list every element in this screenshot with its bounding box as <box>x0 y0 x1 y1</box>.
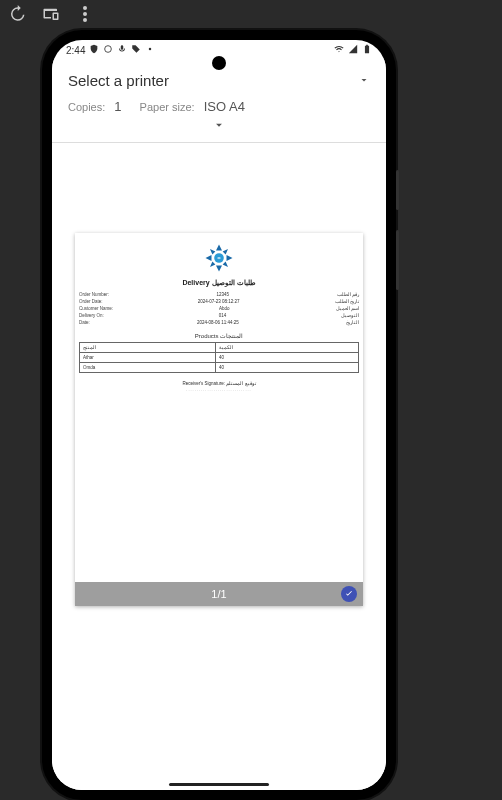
paper-label: Paper size: <box>140 101 195 113</box>
check-icon <box>344 589 354 599</box>
svg-point-2 <box>83 18 87 22</box>
printer-select[interactable]: Select a printer <box>68 68 370 93</box>
copies-group[interactable]: Copies: 1 <box>68 99 122 114</box>
volume-button <box>396 170 399 210</box>
print-options: Copies: 1 Paper size: ISO A4 <box>68 93 370 116</box>
info-row: Customer Name:Abdoاسم العميل <box>79 305 359 312</box>
paper-group[interactable]: Paper size: ISO A4 <box>140 99 245 114</box>
products-table: المنتج الكمية Athar 40 Omda 40 <box>79 342 359 373</box>
table-header-row: المنتج الكمية <box>80 343 359 353</box>
document-title: Delivery طلبات التوصيل <box>75 279 363 287</box>
copies-label: Copies: <box>68 101 105 113</box>
history-icon[interactable] <box>8 5 26 23</box>
wifi-icon <box>334 44 344 56</box>
phone-frame: 2:44 Select a printer Copies: <box>42 30 396 800</box>
more-icon[interactable] <box>76 5 94 23</box>
svg-marker-5 <box>216 245 222 251</box>
svg-point-1 <box>83 12 87 16</box>
circle-icon <box>103 44 113 56</box>
preview-area: Delivery طلبات التوصيل Order Number:1234… <box>52 143 386 790</box>
dot-icon <box>145 44 155 56</box>
info-row: Delivery On:014التوصيل <box>79 312 359 319</box>
table-header: المنتج <box>80 343 216 353</box>
page-footer: 1/1 <box>75 582 363 606</box>
page-selected-check[interactable] <box>341 586 357 602</box>
signature-label: Receiver's Signature: توقيع المستلم <box>75 381 363 386</box>
chevron-down-icon <box>212 118 226 132</box>
page-indicator: 1/1 <box>211 588 226 600</box>
svg-marker-7 <box>206 255 212 261</box>
table-row: Athar 40 <box>80 353 359 363</box>
page-content: Delivery طلبات التوصيل Order Number:1234… <box>75 233 363 582</box>
svg-marker-12 <box>223 262 228 267</box>
chevron-down-icon <box>358 72 370 89</box>
page-preview[interactable]: Delivery طلبات التوصيل Order Number:1234… <box>75 233 363 606</box>
paper-value: ISO A4 <box>204 99 245 114</box>
svg-marker-9 <box>210 249 215 254</box>
home-indicator <box>169 783 269 786</box>
shield-icon <box>89 44 99 56</box>
info-row: Order Date:2024-07-23 08:12:27تاريخ الطل… <box>79 298 359 305</box>
svg-point-0 <box>83 6 87 10</box>
copies-value: 1 <box>114 99 121 114</box>
tag-icon <box>131 44 141 56</box>
table-row: Omda 40 <box>80 363 359 373</box>
info-row: Order Number:12345رقم الطلب <box>79 291 359 298</box>
info-block: Order Number:12345رقم الطلب Order Date:2… <box>75 291 363 326</box>
signal-icon <box>348 44 358 56</box>
camera-hole <box>212 56 226 70</box>
status-time: 2:44 <box>66 45 85 56</box>
printer-select-label: Select a printer <box>68 72 169 89</box>
mic-icon <box>117 44 127 56</box>
phone-screen: 2:44 Select a printer Copies: <box>52 40 386 790</box>
power-button <box>396 230 399 290</box>
svg-marker-6 <box>216 266 222 272</box>
logo-icon <box>204 243 234 273</box>
svg-point-3 <box>105 46 112 53</box>
devices-icon[interactable] <box>42 5 60 23</box>
expand-toggle[interactable] <box>68 116 370 138</box>
svg-marker-8 <box>227 255 233 261</box>
print-header: Select a printer Copies: 1 Paper size: I… <box>52 60 386 142</box>
svg-marker-10 <box>223 249 228 254</box>
battery-icon <box>362 44 372 56</box>
table-header: الكمية <box>216 343 359 353</box>
products-title: Products المنتجات <box>75 332 363 339</box>
svg-point-4 <box>149 48 152 51</box>
emulator-toolbar <box>0 0 502 28</box>
svg-marker-11 <box>210 262 215 267</box>
info-row: Date:2024-08-06 11:44:25التاريخ <box>79 319 359 326</box>
